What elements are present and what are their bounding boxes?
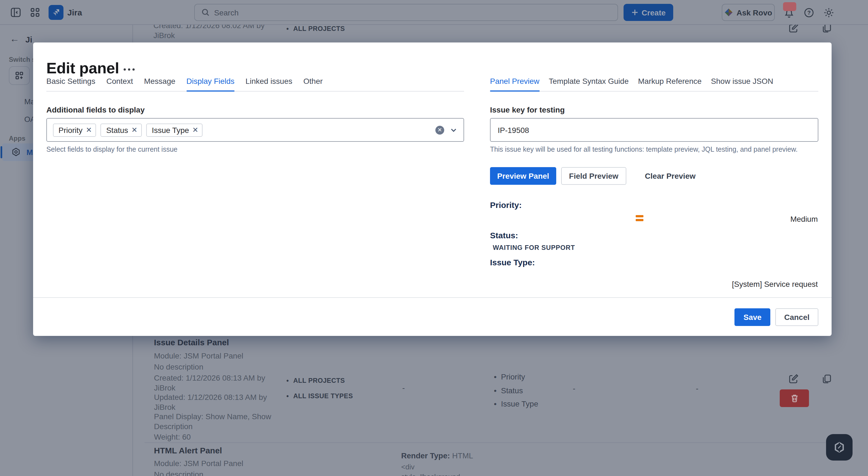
row-dash: -: [696, 384, 698, 393]
rovo-chat-icon: [833, 441, 846, 454]
issue-key-value: IP-19508: [498, 125, 529, 134]
notification-badge: [783, 2, 796, 11]
additional-fields-label: Additional fields to display: [46, 105, 464, 114]
tab-basic-settings[interactable]: Basic Settings: [46, 77, 95, 91]
preview-issue-type-value: [System] Service request: [732, 280, 818, 288]
preview-priority-label: Priority:: [490, 200, 818, 210]
tag-label: Status: [106, 125, 128, 134]
row-dash: -: [402, 383, 405, 392]
rovo-chat-button[interactable]: [826, 434, 852, 461]
row-updated: Updated: 1/12/2026 08:13 AM by: [154, 392, 267, 402]
row-weight: Weight: 60: [154, 432, 191, 442]
panel-preview-area: Priority: Medium Status: WAITING FOR SUP…: [490, 200, 818, 291]
edit-icon[interactable]: [788, 25, 799, 34]
clear-all-icon[interactable]: ✕: [435, 125, 444, 134]
tab-other[interactable]: Other: [304, 77, 323, 91]
row-panel-display: Panel Display: Show Name, Show: [154, 411, 271, 421]
field-preview-button[interactable]: Field Preview: [561, 167, 626, 185]
tab-template-syntax-guide[interactable]: Template Syntax Guide: [549, 77, 629, 91]
clear-preview-button[interactable]: Clear Preview: [638, 167, 703, 185]
row-module: Module: JSM Portal Panel: [154, 351, 243, 361]
remove-tag-icon[interactable]: ✕: [131, 126, 137, 133]
app-switcher-icon[interactable]: [30, 7, 40, 18]
create-button[interactable]: Create: [624, 4, 673, 21]
modal-footer: Save Cancel: [33, 297, 832, 336]
chevron-down-icon[interactable]: [450, 126, 458, 134]
row-dash: -: [573, 384, 575, 393]
row-code-line1: <div: [401, 462, 414, 472]
tab-linked-issues[interactable]: Linked issues: [246, 77, 292, 91]
sidebar-switch-label: Switch s: [9, 56, 36, 63]
render-type-value: HTML: [452, 451, 473, 460]
tab-show-issue-json[interactable]: Show issue JSON: [711, 77, 773, 91]
row-panel-display2: Description: [154, 421, 193, 431]
row-scope: ALL PROJECTS: [286, 25, 345, 33]
search-icon: [202, 8, 210, 17]
back-arrow-icon[interactable]: ←: [10, 34, 19, 45]
ask-rovo-label: Ask Rovo: [736, 8, 772, 17]
row-render-type: Render Type: HTML: [401, 451, 473, 461]
priority-medium-icon: [636, 215, 643, 222]
copy-icon[interactable]: [821, 373, 832, 384]
save-button[interactable]: Save: [735, 308, 770, 326]
copy-icon[interactable]: [821, 25, 832, 34]
create-label: Create: [642, 8, 665, 17]
tab-message[interactable]: Message: [144, 77, 176, 91]
row-updated-by: JiBrok: [154, 402, 176, 412]
more-options-button[interactable]: [120, 62, 138, 77]
preview-status-label: Status:: [490, 230, 818, 240]
active-indicator: [1, 146, 2, 158]
row-created: Created: 1/12/2026 08:13 AM by: [154, 373, 265, 383]
edit-panel-modal: Edit panel Basic Settings Context Messag…: [33, 42, 832, 336]
row-field-status: Status: [494, 386, 523, 395]
app-hexagon-icon: [11, 147, 21, 157]
row-code-line2: style="background: [401, 472, 460, 476]
row-description: No description: [154, 469, 203, 476]
sidebar-title: Ji: [25, 35, 32, 44]
row-divider: [145, 442, 850, 443]
tab-panel-preview[interactable]: Panel Preview: [490, 77, 539, 91]
row-description: No description: [154, 362, 203, 372]
tag-status: Status ✕: [101, 123, 142, 136]
row-module: Module: JSM Portal Panel: [154, 458, 243, 468]
modal-tabs: Basic Settings Context Message Display F…: [46, 77, 464, 92]
preview-status-value: WAITING FOR SUPPORT: [493, 244, 818, 252]
edit-icon[interactable]: [788, 373, 799, 384]
preview-panel-button[interactable]: Preview Panel: [490, 167, 556, 185]
ask-rovo-button[interactable]: Ask Rovo: [722, 4, 775, 21]
tab-display-fields[interactable]: Display Fields: [187, 77, 235, 91]
help-icon[interactable]: ?: [803, 7, 814, 18]
tag-priority: Priority ✕: [53, 123, 96, 136]
row-scope-issuetypes: ALL ISSUE TYPES: [286, 392, 353, 400]
fields-helper-text: Select fields to display for the current…: [46, 146, 464, 153]
render-type-label: Render Type:: [401, 451, 450, 460]
remove-tag-icon[interactable]: ✕: [86, 126, 92, 133]
row-title: HTML Alert Panel: [154, 446, 222, 455]
grid-plus-icon: [14, 71, 24, 81]
row-scope-projects: ALL PROJECTS: [286, 377, 345, 384]
modal-left-column: Basic Settings Context Message Display F…: [46, 77, 464, 153]
sidebar-apps-label: Apps: [9, 135, 25, 142]
rovo-icon: [724, 8, 733, 17]
preview-actions: Preview Panel Field Preview Clear Previe…: [490, 167, 818, 185]
preview-priority-value: Medium: [790, 215, 818, 223]
remove-tag-icon[interactable]: ✕: [192, 126, 198, 133]
search-input[interactable]: Search: [194, 4, 618, 21]
add-app-button[interactable]: [9, 66, 30, 85]
delete-button[interactable]: [780, 389, 809, 407]
row-created-line1: Created: 1/12/2026 08:02 AM by: [153, 25, 265, 30]
search-placeholder: Search: [214, 8, 239, 17]
settings-gear-icon[interactable]: [823, 7, 834, 18]
top-nav: Jira Search Create Ask Rovo ?: [0, 0, 868, 25]
jira-logo[interactable]: [49, 5, 63, 20]
brand-name: Jira: [67, 8, 82, 17]
trash-icon: [789, 393, 799, 403]
tab-markup-reference[interactable]: Markup Reference: [638, 77, 702, 91]
collapse-sidebar-icon[interactable]: [10, 7, 22, 18]
issue-key-input[interactable]: IP-19508: [490, 118, 818, 142]
tab-context[interactable]: Context: [106, 77, 133, 91]
row-created-by: JiBrok: [154, 383, 176, 393]
preview-issue-type-label: Issue Type:: [490, 258, 818, 267]
fields-multiselect[interactable]: Priority ✕ Status ✕ Issue Type ✕ ✕: [46, 118, 464, 142]
cancel-button[interactable]: Cancel: [775, 308, 818, 326]
